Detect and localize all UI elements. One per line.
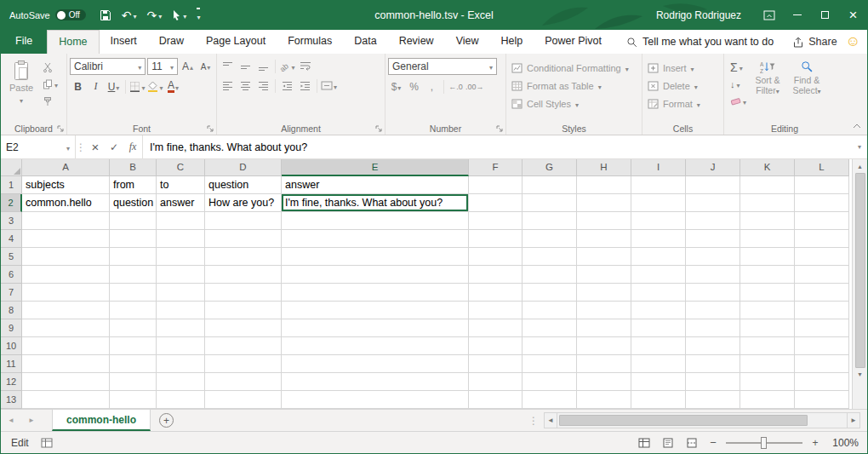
- page-break-view-button[interactable]: [682, 434, 702, 451]
- cell-E11[interactable]: [282, 355, 469, 373]
- cell-A10[interactable]: [22, 337, 110, 355]
- cell-K4[interactable]: [740, 230, 795, 248]
- cell-E3[interactable]: [282, 212, 469, 230]
- zoom-slider-thumb[interactable]: [761, 437, 767, 449]
- cell-C11[interactable]: [157, 355, 205, 373]
- tab-formulas[interactable]: Formulas: [277, 30, 343, 54]
- page-layout-view-button[interactable]: [658, 434, 678, 451]
- tab-help[interactable]: Help: [490, 30, 534, 54]
- row-header-8[interactable]: 8: [1, 302, 22, 319]
- name-box[interactable]: E2: [1, 135, 76, 158]
- cell-D11[interactable]: [205, 355, 282, 373]
- cell-B2[interactable]: question: [110, 194, 157, 212]
- cell-E10[interactable]: [282, 337, 469, 355]
- cell-K13[interactable]: [740, 391, 795, 409]
- cell-B9[interactable]: [110, 319, 157, 337]
- format-as-table-dropdown-icon[interactable]: [598, 81, 602, 91]
- column-header-C[interactable]: C: [157, 159, 205, 176]
- cell-H10[interactable]: [577, 337, 631, 355]
- row-header-7[interactable]: 7: [1, 284, 22, 302]
- orientation-dropdown-icon[interactable]: [291, 60, 294, 72]
- cell-D3[interactable]: [205, 212, 282, 230]
- cell-K1[interactable]: [740, 176, 795, 194]
- cell-H7[interactable]: [577, 284, 631, 302]
- vertical-scrollbar[interactable]: [852, 159, 867, 409]
- bold-button[interactable]: B: [70, 78, 86, 95]
- clear-dropdown-icon[interactable]: [743, 95, 746, 107]
- cell-J4[interactable]: [686, 230, 740, 248]
- cell-E2[interactable]: I'm fine, thanks. What about you?: [282, 194, 469, 212]
- cell-H5[interactable]: [577, 248, 631, 266]
- cell-F9[interactable]: [469, 319, 523, 337]
- cell-G9[interactable]: [523, 319, 577, 337]
- cell-E1[interactable]: answer: [282, 176, 469, 194]
- clear-button[interactable]: [730, 95, 746, 107]
- row-header-11[interactable]: 11: [1, 355, 22, 373]
- orientation-button[interactable]: ab: [279, 58, 295, 74]
- cell-J12[interactable]: [686, 373, 740, 391]
- share-button[interactable]: Share: [792, 30, 837, 54]
- cell-K10[interactable]: [740, 337, 795, 355]
- font-color-dropdown-icon[interactable]: [175, 81, 179, 93]
- cell-B5[interactable]: [110, 248, 157, 266]
- sheet-nav-next-button[interactable]: [21, 410, 42, 431]
- tab-file[interactable]: File: [1, 30, 47, 54]
- percent-style-button[interactable]: %: [406, 78, 422, 95]
- fill-color-button[interactable]: [147, 78, 163, 95]
- top-align-button[interactable]: [220, 58, 236, 74]
- name-box-dropdown-icon[interactable]: [66, 141, 70, 153]
- scroll-down-button[interactable]: [853, 368, 867, 382]
- accounting-format-button[interactable]: $: [388, 78, 404, 95]
- cell-I13[interactable]: [631, 391, 686, 409]
- cell-K3[interactable]: [740, 212, 795, 230]
- cell-A5[interactable]: [22, 248, 110, 266]
- cell-J1[interactable]: [686, 176, 740, 194]
- number-format-dropdown-icon[interactable]: [489, 60, 493, 72]
- tab-view[interactable]: View: [445, 30, 490, 54]
- cell-K9[interactable]: [740, 319, 795, 337]
- cell-H13[interactable]: [577, 391, 631, 409]
- cell-C4[interactable]: [157, 230, 205, 248]
- tab-review[interactable]: Review: [388, 30, 445, 54]
- number-format-select[interactable]: General: [388, 58, 497, 75]
- cell-I7[interactable]: [631, 284, 686, 302]
- cell-H3[interactable]: [577, 212, 631, 230]
- tab-insert[interactable]: Insert: [100, 30, 148, 54]
- cell-J6[interactable]: [686, 266, 740, 284]
- cell-E8[interactable]: [282, 302, 469, 319]
- cell-B3[interactable]: [110, 212, 157, 230]
- redo-dropdown-icon[interactable]: [158, 9, 162, 21]
- cell-H1[interactable]: [577, 176, 631, 194]
- cell-G11[interactable]: [523, 355, 577, 373]
- cell-G7[interactable]: [523, 284, 577, 302]
- row-header-1[interactable]: 1: [1, 176, 22, 194]
- delete-dropdown-icon[interactable]: [694, 81, 698, 91]
- row-header-10[interactable]: 10: [1, 337, 22, 355]
- cell-I4[interactable]: [631, 230, 686, 248]
- format-cells-button[interactable]: Format: [645, 95, 721, 112]
- find-select-dropdown-icon[interactable]: [818, 85, 821, 95]
- cell-B7[interactable]: [110, 284, 157, 302]
- enter-entry-button[interactable]: [105, 135, 123, 158]
- underline-dropdown-icon[interactable]: [116, 81, 119, 93]
- zoom-level[interactable]: 100%: [826, 437, 859, 449]
- cell-C1[interactable]: to: [157, 176, 205, 194]
- cell-G13[interactable]: [523, 391, 577, 409]
- autosum-dropdown-icon[interactable]: [740, 61, 743, 73]
- cell-B4[interactable]: [110, 230, 157, 248]
- sort-filter-button[interactable]: AZ Sort & Filter: [748, 56, 787, 122]
- cell-L8[interactable]: [795, 302, 849, 319]
- zoom-slider[interactable]: [726, 442, 802, 444]
- column-header-E[interactable]: E: [282, 159, 469, 176]
- underline-button[interactable]: U: [106, 78, 122, 95]
- cell-I11[interactable]: [631, 355, 686, 373]
- cell-C9[interactable]: [157, 319, 205, 337]
- cell-A3[interactable]: [22, 212, 110, 230]
- zoom-out-button[interactable]: [705, 437, 721, 449]
- format-as-table-button[interactable]: Format as Table: [509, 77, 639, 95]
- select-all-corner[interactable]: [1, 159, 22, 176]
- column-header-B[interactable]: B: [110, 159, 157, 176]
- sort-filter-dropdown-icon[interactable]: [776, 85, 779, 95]
- font-size-select[interactable]: 11: [147, 58, 178, 75]
- cell-H9[interactable]: [577, 319, 631, 337]
